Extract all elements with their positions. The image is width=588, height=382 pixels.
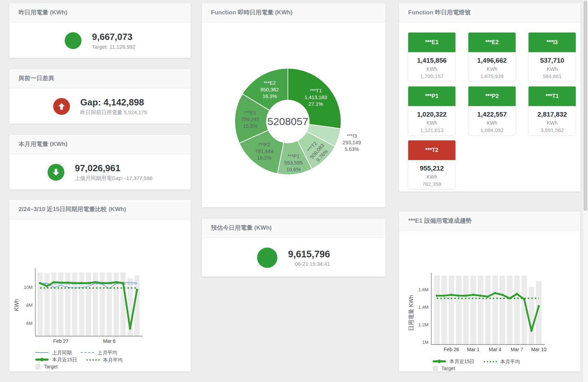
series-point: [530, 329, 532, 332]
series-point: [46, 285, 48, 287]
panel-estimate-today: 預估今日用電量 (KWh) 9,615,796 06-21 15:34:41: [201, 218, 386, 277]
target-bar: [441, 276, 447, 345]
y-axis-title: 日用電量 KWh: [408, 295, 414, 331]
legend-item[interactable]: 本月近15日: [433, 357, 475, 365]
legend-item[interactable]: Target: [433, 364, 455, 372]
target-bar: [434, 276, 440, 345]
target-bar: [514, 276, 520, 345]
panel-title: Function 昨日用電燈號: [399, 3, 580, 22]
tile-status-header: ***T1: [529, 86, 576, 106]
x-tick-label: Mar 7: [511, 347, 523, 352]
status-circle-green-icon: [65, 32, 82, 49]
target-legend-marker-icon: [35, 364, 41, 369]
prev-day-gap-value: Gap: 4,142,898: [80, 97, 147, 108]
y-tick-label: 8M: [26, 303, 33, 308]
tile-target-value: 1,700,157: [408, 73, 455, 79]
yesterday-usage-target: Target: 11,128,992: [92, 44, 135, 50]
compare-15day-chart[interactable]: 10M8M6MFeb 27Mar 6KWh: [9, 219, 191, 346]
tile-status-header: ***E1: [408, 33, 455, 52]
legend-item[interactable]: 本月平均: [484, 358, 520, 366]
tile-target-value: 762,358: [408, 181, 455, 187]
y-tick-label: 1M: [422, 340, 428, 345]
arrow-down-icon: [48, 164, 64, 181]
tile-value: 955,212: [408, 165, 455, 172]
series-point: [516, 293, 518, 295]
legend-item[interactable]: 本月平均: [86, 356, 123, 364]
legend-item[interactable]: Target: [35, 363, 58, 370]
series-point: [115, 281, 117, 283]
series-point: [129, 327, 131, 329]
series-point: [501, 294, 503, 296]
panel-title: 本月用電量 (KWh): [9, 135, 191, 154]
legend-row: Target: [433, 364, 580, 372]
compare-chart-legend: 上月同期上月平均本月近15日本月平均Target: [9, 347, 191, 370]
series-point: [538, 305, 540, 307]
prev-day-gap-subtitle: 昨日與前日用電量 5,524,175: [80, 109, 147, 116]
y-tick-label: 1.6M: [418, 287, 428, 292]
y-tick-label: 10M: [24, 285, 33, 290]
x-tick-label: Mar 1: [467, 347, 480, 352]
series-point: [80, 282, 83, 284]
panel-15day-compare: 2/24~3/10 近15日同期用電量比較 (KWh) 10M8M6MFeb 2…: [9, 200, 191, 372]
series-point: [450, 294, 452, 296]
tile-value: 1,496,662: [468, 57, 516, 64]
legend-label: 本月平均: [103, 356, 123, 364]
green-thick-legend-marker-icon: [35, 359, 49, 361]
series-point: [509, 297, 511, 299]
tile-status-header: ***P2: [468, 86, 516, 106]
series-point: [523, 298, 525, 300]
tile-status-header: ***I3: [529, 33, 576, 52]
target-bar: [507, 276, 512, 345]
x-tick-label: Mar 6: [103, 338, 116, 344]
blue-solid-legend-marker-icon: [35, 352, 49, 353]
e1-trend-chart[interactable]: 1.6M1.4M1.2M1MFeb 26Mar 1Mar 4Mar 7Mar 1…: [399, 231, 581, 354]
month-usage-value: 97,026,961: [75, 163, 153, 174]
panel-title: 2/24~3/10 近15日同期用電量比較 (KWh): [9, 200, 191, 219]
target-bar: [470, 276, 476, 345]
donut-center-total: 5208057: [268, 116, 309, 127]
tile-target-value: 1,675,939: [468, 73, 516, 79]
target-bar: [485, 276, 491, 345]
panel-prev-day-gap: 與前一日差異 Gap: 4,142,898 昨日與前日用電量 5,524,175: [9, 69, 191, 124]
target-bar: [463, 276, 469, 345]
y-tick-label: 1.4M: [418, 305, 428, 310]
dashboard: 昨日用電量 (KWh) 9,667,073 Target: 11,128,992…: [0, 0, 588, 382]
light-tile-T2: ***T2955,212KWh762,358: [408, 140, 456, 189]
light-tiles-grid: ***E11,415,856KWh1,700,157***E21,496,662…: [399, 22, 580, 189]
target-bar: [456, 276, 461, 345]
light-tile-P2: ***P21,422,557KWh1,684,092: [468, 86, 516, 136]
series-point: [472, 294, 474, 296]
tile-target-value: 3,591,562: [529, 127, 576, 133]
tile-value: 1,422,557: [468, 111, 516, 118]
green-dotted-legend-marker-icon: [86, 359, 100, 361]
series-point: [73, 282, 76, 284]
light-tile-T1: ***T12,817,832KWh3,591,562: [528, 86, 576, 136]
legend-item[interactable]: 本月近15日: [35, 356, 77, 363]
tile-value: 1,020,322: [408, 111, 455, 118]
scrollbar-thumb[interactable]: [583, 1, 587, 211]
legend-label: 本月近15日: [52, 356, 77, 363]
month-usage-gap: 上個月同期用電Gap: -17,377,566: [75, 175, 153, 182]
y-axis-title: KWh: [14, 299, 20, 311]
tile-unit: KWh: [468, 66, 516, 72]
status-circle-green-icon: [257, 248, 277, 268]
scrollbar-track[interactable]: [582, 0, 588, 382]
x-tick-label: Mar 10: [531, 347, 546, 352]
target-bar: [134, 276, 140, 336]
panel-title: ***E1 設備用電達成趨勢: [399, 211, 580, 231]
series-point: [458, 294, 460, 297]
panel-title: 預估今日用電量 (KWh): [202, 218, 385, 238]
legend-row: 本月近15日本月平均: [433, 357, 580, 364]
light-tile-P1: ***P11,020,322KWh1,121,613: [408, 86, 456, 136]
realtime-usage-donut-chart[interactable]: ***T11,413,18327.1%***I3293,1495.63%***T…: [202, 22, 385, 208]
panel-month-usage: 本月用電量 (KWh) 97,026,961 上個月同期用電Gap: -17,3…: [9, 134, 191, 190]
series-point: [101, 282, 104, 284]
light-tile-E2: ***E21,496,662KWh1,675,939: [468, 32, 516, 82]
estimate-today-value: 9,615,796: [288, 249, 330, 260]
series-point: [53, 281, 55, 283]
x-tick-label: Mar 4: [489, 347, 502, 352]
tile-unit: KWh: [468, 120, 516, 126]
series-point: [122, 282, 124, 284]
estimate-timestamp: 06-21 15:34:41: [288, 261, 330, 267]
donut-slice-label: ***I3293,1495.63%: [343, 133, 361, 152]
